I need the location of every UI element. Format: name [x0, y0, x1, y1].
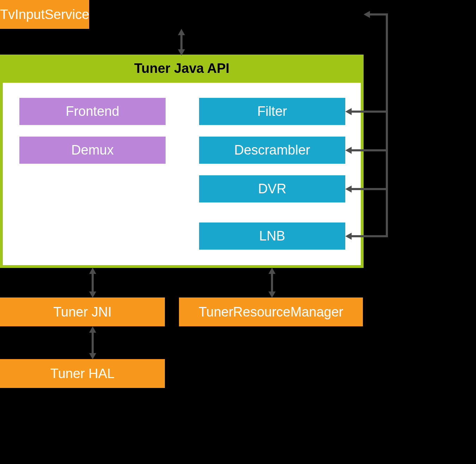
arrow-left-icon — [345, 233, 352, 240]
tuner-resource-manager-box: TunerResourceManager — [179, 297, 363, 326]
descrambler-label: Descrambler — [234, 143, 310, 158]
tuner-java-api-title: Tuner Java API — [134, 61, 229, 76]
demux-label: Demux — [71, 143, 113, 158]
dvr-label: DVR — [258, 181, 286, 196]
arrow-line — [92, 332, 94, 354]
arrow-down-icon — [268, 291, 276, 298]
arrow-up-icon — [178, 29, 185, 35]
frontend-box: Frontend — [19, 98, 166, 125]
arrow-down-icon — [178, 49, 185, 56]
descrambler-box: Descrambler — [199, 137, 345, 164]
arrow-left-icon — [345, 147, 352, 154]
arrow-line — [92, 273, 94, 292]
lnb-box: LNB — [199, 222, 345, 250]
tuner-resource-manager-label: TunerResourceManager — [199, 305, 343, 320]
tuner-jni-label: Tuner JNI — [53, 305, 111, 320]
arrow-line — [180, 34, 183, 50]
arrow-down-icon — [89, 353, 96, 359]
arrow-line — [386, 13, 388, 237]
arrow-line — [351, 111, 388, 113]
arrow-line — [351, 149, 388, 151]
tv-input-service-box: TvInputService — [0, 0, 89, 29]
arrow-left-icon — [345, 186, 352, 193]
filter-label: Filter — [257, 104, 287, 119]
arrow-up-icon — [89, 326, 96, 333]
arrow-left-icon — [345, 108, 352, 115]
frontend-label: Frontend — [66, 104, 119, 119]
arrow-line — [369, 13, 388, 15]
tuner-hal-box: Tuner HAL — [0, 359, 165, 388]
arrow-up-icon — [89, 268, 96, 274]
tuner-hal-label: Tuner HAL — [50, 366, 115, 381]
arrow-line — [351, 235, 388, 237]
tv-input-service-label: TvInputService — [0, 7, 89, 22]
dvr-box: DVR — [199, 175, 345, 202]
arrow-line — [271, 273, 273, 292]
filter-box: Filter — [199, 98, 345, 125]
arrow-down-icon — [89, 291, 96, 298]
arrow-line — [351, 188, 388, 190]
demux-box: Demux — [19, 137, 166, 164]
tuner-jni-box: Tuner JNI — [0, 297, 165, 326]
arrow-up-icon — [268, 268, 276, 274]
lnb-label: LNB — [259, 228, 285, 244]
arrow-left-icon — [364, 11, 370, 18]
